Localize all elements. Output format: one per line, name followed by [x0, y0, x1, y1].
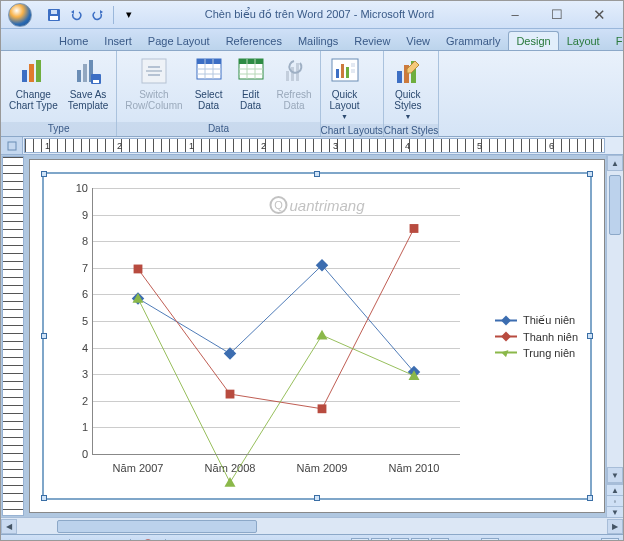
status-right: 95% − +	[351, 538, 619, 542]
edit-data-label: Edit Data	[240, 89, 261, 111]
switch-row-column-button[interactable]: Switch Row/Column	[121, 53, 186, 113]
svg-rect-15	[239, 59, 263, 64]
select-data-icon	[193, 55, 225, 87]
quick-layout-icon	[329, 55, 361, 87]
scroll-track[interactable]	[17, 519, 607, 534]
svg-rect-35	[318, 404, 327, 413]
undo-icon[interactable]	[67, 6, 85, 24]
tab-references[interactable]: References	[218, 31, 290, 50]
chart-type-icon	[17, 55, 49, 87]
svg-rect-34	[226, 390, 235, 399]
refresh-icon	[278, 55, 310, 87]
svg-rect-1	[50, 16, 58, 20]
svg-marker-39	[316, 330, 327, 340]
svg-rect-24	[351, 69, 355, 73]
view-print-layout-icon[interactable]	[351, 538, 369, 542]
qat-separator	[113, 6, 114, 24]
qat-customize-icon[interactable]: ▾	[120, 6, 138, 24]
select-data-label: Select Data	[195, 89, 223, 111]
view-outline-icon[interactable]	[411, 538, 429, 542]
view-full-screen-icon[interactable]	[371, 538, 389, 542]
svg-rect-6	[77, 70, 81, 82]
scroll-thumb[interactable]	[609, 175, 621, 235]
ruler-vertical[interactable]	[2, 156, 24, 516]
ribbon-group-styles: Quick Styles ▼ Chart Styles	[384, 51, 439, 136]
svg-rect-7	[83, 64, 87, 82]
window-title: Chèn biểu đồ trên Word 2007 - Microsoft …	[144, 8, 495, 21]
view-draft-icon[interactable]	[431, 538, 449, 542]
browse-object-icon[interactable]: ◦	[607, 495, 623, 506]
ribbon-group-layouts: Quick Layout ▼ Chart Layouts	[321, 51, 384, 136]
save-icon[interactable]	[45, 6, 63, 24]
tab-insert[interactable]: Insert	[96, 31, 140, 50]
legend-label: Trung niên	[523, 347, 575, 359]
horizontal-scrollbar[interactable]: ◀ ▶	[1, 517, 623, 534]
vertical-scrollbar[interactable]: ▲ ▼ ▲ ◦ ▼	[606, 155, 623, 517]
save-template-label: Save As Template	[68, 89, 109, 111]
group-label-type: Type	[1, 122, 116, 136]
tab-page-layout[interactable]: Page Layout	[140, 31, 218, 50]
tab-layout[interactable]: Layout	[559, 31, 608, 50]
group-label-layouts: Chart Layouts	[321, 124, 383, 138]
quick-layout-button[interactable]: Quick Layout ▼	[325, 53, 365, 122]
scroll-up-icon[interactable]: ▲	[607, 155, 623, 171]
page: Quantrimang 012345678910Năm 2007Năm 2008…	[29, 159, 605, 513]
svg-rect-33	[134, 265, 143, 274]
tab-view[interactable]: View	[398, 31, 438, 50]
tab-home[interactable]: Home	[51, 31, 96, 50]
chart-object[interactable]: Quantrimang 012345678910Năm 2007Năm 2008…	[42, 172, 592, 500]
tab-review[interactable]: Review	[346, 31, 398, 50]
save-as-template-button[interactable]: Save As Template	[64, 53, 113, 113]
tab-format[interactable]: Format	[608, 31, 624, 50]
svg-rect-4	[29, 64, 34, 82]
refresh-data-button[interactable]: Refresh Data	[273, 53, 316, 113]
group-label-data: Data	[117, 122, 319, 136]
edit-data-button[interactable]: Edit Data	[231, 53, 271, 113]
legend-label: Thanh niên	[523, 331, 578, 343]
office-button[interactable]	[1, 1, 39, 29]
switch-rc-label: Switch Row/Column	[125, 89, 182, 111]
next-page-icon[interactable]: ▼	[607, 506, 623, 517]
maximize-button[interactable]: ☐	[537, 4, 577, 26]
zoom-in-button[interactable]: +	[601, 538, 619, 542]
svg-rect-36	[410, 224, 419, 233]
ribbon-group-type: Change Chart Type Save As Template Type	[1, 51, 117, 136]
zoom-out-button[interactable]: −	[481, 538, 499, 542]
dropdown-icon: ▼	[404, 113, 411, 120]
select-data-button[interactable]: Select Data	[189, 53, 229, 113]
quick-access-toolbar: ▾	[39, 6, 144, 24]
ruler-corner[interactable]	[1, 137, 23, 154]
legend-item: .legend-item:nth-child(1) .legend-mark::…	[495, 314, 578, 327]
redo-icon[interactable]	[89, 6, 107, 24]
svg-rect-17	[291, 67, 294, 81]
ruler-horizontal[interactable]: 12123456	[24, 138, 605, 153]
close-button[interactable]: ✕	[579, 4, 619, 26]
document-area: Quantrimang 012345678910Năm 2007Năm 2008…	[1, 155, 623, 517]
svg-rect-23	[351, 63, 355, 67]
minimize-button[interactable]: –	[495, 4, 535, 26]
svg-rect-28	[8, 142, 16, 150]
tab-mailings[interactable]: Mailings	[290, 31, 346, 50]
tab-grammarly[interactable]: Grammarly	[438, 31, 508, 50]
prev-page-icon[interactable]: ▲	[607, 484, 623, 495]
legend-item: .legend-item:nth-child(3) .legend-mark::…	[495, 347, 578, 359]
proofing-icon[interactable]	[141, 538, 155, 542]
chart-legend: .legend-item:nth-child(1) .legend-mark::…	[495, 310, 578, 363]
svg-rect-16	[286, 71, 289, 81]
scroll-down-icon[interactable]: ▼	[607, 467, 623, 483]
svg-rect-20	[336, 69, 339, 78]
quick-styles-label: Quick Styles	[394, 89, 421, 111]
scroll-thumb-h[interactable]	[57, 520, 257, 533]
page-viewport[interactable]: Quantrimang 012345678910Năm 2007Năm 2008…	[25, 155, 623, 517]
tab-design[interactable]: Design	[508, 31, 558, 50]
refresh-data-label: Refresh Data	[277, 89, 312, 111]
scroll-left-icon[interactable]: ◀	[1, 519, 17, 534]
svg-rect-3	[22, 70, 27, 82]
quick-layout-label: Quick Layout	[330, 89, 360, 111]
scroll-right-icon[interactable]: ▶	[607, 519, 623, 534]
change-chart-type-button[interactable]: Change Chart Type	[5, 53, 62, 113]
quick-styles-button[interactable]: Quick Styles ▼	[388, 53, 428, 122]
ribbon-tabs: Home Insert Page Layout References Maili…	[1, 29, 623, 51]
office-orb-icon	[8, 3, 32, 27]
view-web-layout-icon[interactable]	[391, 538, 409, 542]
